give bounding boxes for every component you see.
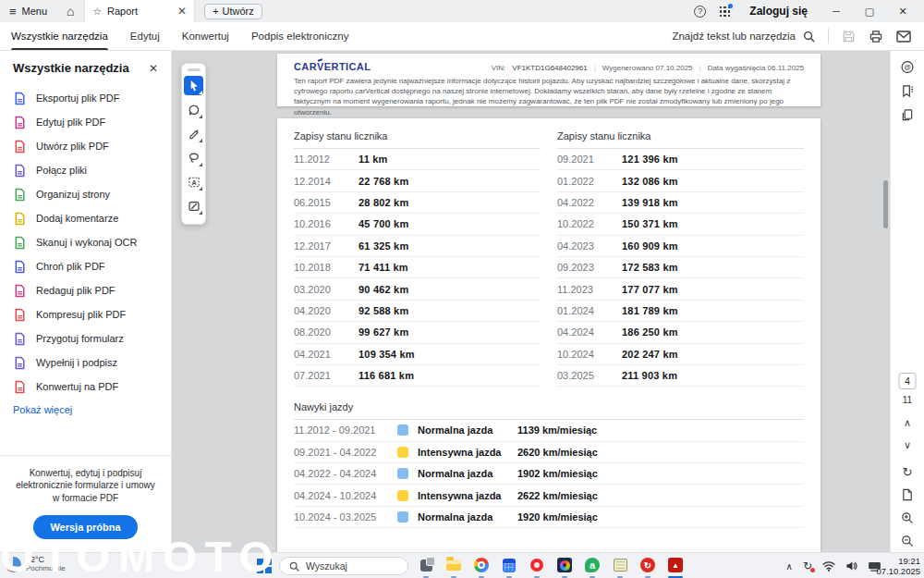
- page-number-input[interactable]: 4: [899, 373, 917, 389]
- highlighter-tool-button[interactable]: [184, 124, 203, 143]
- trial-button[interactable]: Wersja próbna: [33, 515, 137, 539]
- pdf-tool-icon: [13, 380, 27, 394]
- login-button[interactable]: Zaloguj się: [749, 5, 808, 18]
- tool-item-eksportuj-plik-pdf[interactable]: Eksportuj plik PDF: [0, 86, 171, 110]
- odometer-row: 01.2022132 086 km: [557, 170, 804, 191]
- print-icon[interactable]: [869, 30, 883, 43]
- odometer-row: 09.2023172 583 km: [557, 257, 804, 278]
- home-button[interactable]: ⌂: [56, 0, 84, 22]
- odometer-row: 09.2021121 396 km: [557, 149, 804, 170]
- show-more-link[interactable]: Pokaż więcej: [13, 404, 72, 415]
- tool-item-utw-rz-plik-pdf[interactable]: Utwórz plik PDF: [0, 134, 171, 158]
- ribbon-tab-konwertuj[interactable]: Konwertuj: [182, 22, 229, 50]
- odometer-row: 10.201645 700 km: [294, 214, 541, 235]
- close-button[interactable]: ✕: [893, 6, 913, 18]
- task-view-app-icon[interactable]: [412, 554, 440, 578]
- disclaimer-text: Ten raport PDF zawiera jedynie najważnie…: [277, 72, 821, 117]
- habit-color-swatch: [397, 468, 408, 479]
- volume-icon[interactable]: [845, 560, 857, 572]
- odometer-row: 04.202092 588 km: [294, 301, 541, 322]
- page-fit-icon[interactable]: [902, 488, 914, 501]
- ai-assistant-icon[interactable]: @: [901, 60, 915, 74]
- habit-row: 10.2024 - 03.2025Normalna jazda1920 km/m…: [294, 507, 804, 528]
- weather-icon: [6, 557, 21, 572]
- save-icon[interactable]: [842, 30, 856, 43]
- clock-date: 07.10.2025: [876, 566, 920, 576]
- find-tools-button[interactable]: Znajdź tekst lub narzędzia: [672, 31, 815, 43]
- pdf-tool-icon: [13, 236, 27, 250]
- system-tray: ∧ ↻: [786, 553, 881, 578]
- openoffice-app-icon[interactable]: a: [578, 554, 606, 578]
- odometer-row: 11.201211 km: [294, 149, 541, 170]
- select-tool-button[interactable]: [184, 76, 203, 95]
- search-icon: [289, 561, 299, 572]
- comment-tool-button[interactable]: [184, 100, 203, 119]
- apps-grid-icon[interactable]: [719, 6, 731, 18]
- tool-item-po-cz-pliki[interactable]: Połącz pliki: [0, 158, 171, 182]
- tool-item-skanuj-i-wykonaj-ocr[interactable]: Skanuj i wykonaj OCR: [0, 230, 171, 254]
- maximize-button[interactable]: ▢: [859, 6, 880, 18]
- document-area: CARVERTICAL VIN:VF1KTD1G648402961 | Wyge…: [172, 51, 890, 552]
- search-icon: [803, 31, 815, 43]
- star-icon[interactable]: ☆: [92, 6, 102, 18]
- tool-item-redaguj-plik-pdf[interactable]: Redaguj plik PDF: [0, 278, 171, 302]
- opera-app-icon[interactable]: [523, 554, 551, 578]
- menu-button[interactable]: ≡ Menu: [0, 5, 56, 18]
- drag-handle[interactable]: [188, 68, 201, 71]
- bookmarks-icon[interactable]: [901, 84, 914, 98]
- svg-text:A: A: [191, 178, 196, 185]
- tool-item-dodaj-komentarze[interactable]: Dodaj komentarze: [0, 206, 171, 230]
- create-button[interactable]: + Utwórz: [204, 4, 262, 19]
- pdf-tool-icon: [13, 212, 27, 226]
- document-tab[interactable]: ☆ Raport ✕: [84, 0, 195, 22]
- acrobat-app-icon[interactable]: ▲: [662, 554, 689, 578]
- tool-item-kompresuj-plik-pdf[interactable]: Kompresuj plik PDF: [0, 302, 171, 326]
- habit-row: 11.2012 - 09.2021Normalna jazda1139 km/m…: [294, 420, 804, 441]
- rotate-icon[interactable]: ↻: [903, 465, 913, 479]
- calculator-app-icon[interactable]: [495, 554, 523, 578]
- page-thumbnails-icon[interactable]: [901, 108, 914, 122]
- panel-close-icon[interactable]: ✕: [149, 62, 158, 75]
- odometer-row: 03.202090 462 km: [294, 278, 541, 300]
- file-explorer-app-icon[interactable]: [440, 554, 468, 578]
- help-icon[interactable]: ?: [694, 6, 706, 18]
- previous-page-icon[interactable]: ∧: [904, 417, 911, 429]
- tab-close-icon[interactable]: ✕: [177, 5, 187, 18]
- zoom-out-icon[interactable]: [901, 535, 914, 547]
- tool-item-edytuj-plik-pdf[interactable]: Edytuj plik PDF: [0, 110, 171, 134]
- tool-item-konwertuj-na-pdf[interactable]: Konwertuj na PDF: [0, 375, 171, 399]
- vin-value: VF1KTD1G648402961: [512, 64, 587, 72]
- tool-item-chro-plik-pdf[interactable]: Chroń plik PDF: [0, 254, 171, 278]
- odometer-title: Zapisy stanu licznika: [557, 130, 804, 149]
- stamp-tool-button[interactable]: [184, 196, 203, 215]
- minimize-button[interactable]: ─: [826, 6, 846, 17]
- ribbon-tab-edytuj[interactable]: Edytuj: [130, 22, 160, 50]
- expiry-date: Data wygaśnięcia 06.11.2025: [708, 64, 804, 72]
- text-select-tool-button[interactable]: A: [184, 172, 203, 191]
- lasso-tool-button[interactable]: [184, 148, 203, 167]
- money-app-icon[interactable]: [606, 554, 634, 578]
- clock[interactable]: 19:21 07.10.2025: [876, 556, 920, 577]
- odometer-row: 11.2023177 077 km: [557, 278, 804, 300]
- odometer-row: 10.2024202 247 km: [557, 344, 804, 365]
- taskbar-search[interactable]: Wyszukaj: [279, 557, 408, 575]
- next-page-icon[interactable]: ∨: [904, 439, 911, 451]
- toolbar: Wszystkie narzędziaEdytujKonwertujPodpis…: [0, 22, 924, 51]
- mail-icon[interactable]: [896, 31, 911, 43]
- vertical-scrollbar[interactable]: [883, 180, 888, 228]
- start-button[interactable]: [256, 558, 273, 574]
- weather-widget[interactable]: 12°C Pochmurnie: [6, 556, 66, 573]
- tool-item-wype-nij-i-podpisz[interactable]: Wypełnij i podpisz: [0, 350, 171, 375]
- zoom-in-icon[interactable]: [901, 511, 914, 524]
- ribbon-tab-wszystkie-narz-dzia[interactable]: Wszystkie narzędzia: [11, 22, 108, 50]
- tool-item-organizuj-strony[interactable]: Organizuj strony: [0, 182, 171, 206]
- chrome-app-icon[interactable]: [468, 554, 495, 578]
- tray-chevron-icon[interactable]: ∧: [786, 561, 793, 572]
- wifi-icon[interactable]: [822, 560, 835, 572]
- ribbon-tab-podpis-elektroniczny[interactable]: Podpis elektroniczny: [251, 22, 348, 50]
- photos-app-icon[interactable]: [551, 554, 578, 578]
- tool-item-przygotuj-formularz[interactable]: Przygotuj formularz: [0, 326, 171, 350]
- home-icon: ⌂: [67, 4, 74, 18]
- sync-app-icon[interactable]: ↻: [634, 554, 662, 578]
- update-tray-icon[interactable]: ↻: [803, 560, 812, 572]
